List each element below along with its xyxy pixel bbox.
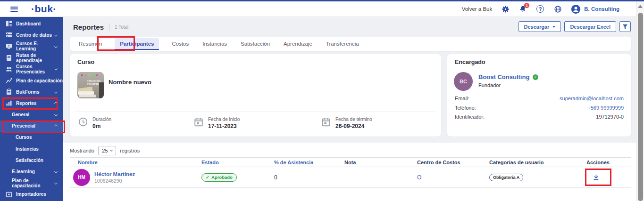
col-header-asistencia[interactable]: % de Asistencia (266, 160, 336, 165)
col-header-categorias: Categorías de usuario (481, 160, 578, 165)
sidebar-item-rutas-de-aprendizaje[interactable]: Rutas de aprendizaje (0, 52, 63, 64)
encargado-name-link[interactable]: Boost Consulting (478, 73, 529, 80)
asistencia-cell: 0 (266, 174, 336, 181)
sidebar-item-reportes[interactable]: Reportes (0, 97, 63, 109)
estado-cell: ✓ Aprobado (193, 173, 266, 182)
centro-costos-cell: O (409, 174, 481, 181)
encargado-card: Encargado BC Boost Consulting ✓ Fundador… (447, 54, 631, 137)
caret-down-icon (552, 26, 555, 28)
sidebar-item-plan-de-capacitacion[interactable]: Plan de capacitación (0, 75, 63, 86)
identificador-value: 19712970-0 (596, 114, 624, 120)
participant-name-link[interactable]: Héctor Martínez (94, 171, 135, 177)
participants-table-section: Mostrando 25 registros Nombre Estado % d… (63, 143, 636, 201)
user-menu[interactable]: B. Consulting (571, 4, 619, 14)
participant-avatar: HM (73, 169, 90, 186)
sidebar-item-instancias[interactable]: Instancias (0, 143, 63, 154)
page-header: Reportes 1 Total (73, 23, 128, 31)
data-center-icon (6, 32, 12, 38)
encargado-email-row: Email: superadmin@localhost.com (455, 96, 624, 101)
check-icon: ✓ (206, 175, 209, 180)
importers-icon (6, 191, 12, 198)
stat-fecha-inicio: Fecha de inicio 17-11-2023 (193, 117, 240, 129)
col-header-nombre[interactable]: Nombre (70, 160, 193, 165)
descargar-button[interactable]: Descargar (519, 21, 561, 32)
filter-button[interactable] (619, 21, 631, 32)
chevron-down-icon (54, 170, 58, 173)
categoria-cell: Obligatoria A (481, 174, 578, 181)
tab-satisfaccion[interactable]: Satisfacción (240, 39, 271, 49)
telefono-link[interactable]: +569 99999999 (587, 105, 624, 111)
thumbnail-decoration (81, 74, 83, 76)
sidebar-item-presencial[interactable]: Presencial (0, 121, 63, 132)
scrollbar (636, 1, 644, 201)
col-header-acciones: Acciones (578, 160, 631, 165)
sidebar-item-cursos-presenciales[interactable]: Cursos Presenciales (0, 64, 63, 75)
calendar-icon (321, 117, 331, 127)
descargar-excel-button[interactable]: Descargar Excel (564, 21, 616, 32)
volver-a-buk-link[interactable]: Volver a Buk (462, 6, 493, 12)
sidebar-item-plan-capacitacion-sub[interactable]: Plan de capacitación (0, 177, 63, 189)
filter-icon (622, 24, 628, 30)
sidebar-item-elearning[interactable]: E-learning (0, 166, 63, 177)
centro-costos-link[interactable]: O (417, 174, 421, 181)
sidebar-item-general[interactable]: General (0, 109, 63, 121)
download-action-button[interactable] (592, 173, 600, 182)
header-buttons: Descargar Descargar Excel (519, 21, 631, 32)
people-icon (6, 66, 12, 72)
notifications-bell-icon[interactable]: 1 (519, 5, 527, 13)
chevron-down-icon (54, 33, 58, 37)
tab-transferencia[interactable]: Transferencia (325, 39, 360, 49)
scrollbar-thumb[interactable] (638, 13, 643, 201)
topbar: ·buk· Volver a Buk 1 ? (0, 1, 636, 17)
gear-icon[interactable] (501, 5, 510, 13)
tab-resumen[interactable]: Resumen (78, 39, 103, 49)
col-header-centro-costos: Centro de Costos (409, 160, 481, 165)
sidebar-item-cursos[interactable]: Cursos (0, 132, 63, 143)
divider (74, 112, 437, 112)
course-thumbnail: TRAINING COURSES (77, 72, 104, 98)
encargado-cargo: Fundador (478, 82, 501, 88)
sidebar-item-importadores[interactable]: Importadores (0, 189, 63, 200)
tab-participantes[interactable]: Participantes (115, 38, 159, 50)
topbar-actions: Volver a Buk 1 ? (462, 4, 619, 14)
verified-check-icon: ✓ (533, 74, 538, 80)
menu-icon[interactable] (10, 7, 18, 12)
scrollbar-up-arrow[interactable] (638, 5, 643, 8)
sidebar-item-dashboard[interactable]: Dashboard (0, 18, 63, 29)
tab-aprendizaje[interactable]: Aprendizaje (283, 39, 313, 49)
calendar-icon (193, 117, 204, 127)
elearning-icon (6, 43, 12, 49)
encargado-telefono-row: Teléfono: +569 99999999 (455, 105, 624, 111)
sidebar-item-satisfaccion[interactable]: Satisfacción (0, 154, 63, 166)
chevron-down-icon (54, 90, 58, 94)
download-icon (593, 174, 600, 181)
help-icon[interactable]: ? (536, 5, 544, 13)
page-title: Reportes (73, 23, 104, 31)
sidebar-item-bukforms[interactable]: BukForms (0, 86, 63, 97)
sidebar: Dashboard Centro de datos Cursos E-Learn… (0, 17, 63, 201)
sidebar-item-cursos-elearning[interactable]: Cursos E-Learning (0, 40, 63, 52)
dashboard-icon (6, 20, 12, 27)
participants-table: Nombre Estado % de Asistencia Nota Centr… (70, 157, 631, 188)
participant-id: 1006246290 (94, 178, 135, 184)
main-content: Reportes 1 Total Descargar Descargar Exc… (63, 17, 636, 201)
total-count: 1 Total (115, 24, 128, 30)
buk-logo[interactable]: ·buk· (31, 3, 57, 15)
tab-instancias[interactable]: Instancias (201, 39, 228, 49)
table-row: HM Héctor Martínez 1006246290 ✓ Aprobado… (70, 167, 631, 188)
table-header-row: Nombre Estado % de Asistencia Nota Centr… (70, 157, 631, 167)
page-size-select[interactable]: 25 (98, 146, 116, 155)
estado-badge: ✓ Aprobado (201, 173, 237, 182)
user-name: B. Consulting (584, 6, 619, 12)
curso-card: Curso TRAINING COURSES Nombre nuevo Dura… (70, 54, 441, 137)
sidebar-item-centro-de-datos[interactable]: Centro de datos (0, 29, 63, 40)
participant-name-cell: HM Héctor Martínez 1006246290 (70, 169, 193, 186)
tab-costos[interactable]: Costos (171, 39, 190, 49)
stat-fecha-termino: Fecha de término 26-09-2024 (321, 117, 372, 129)
col-header-estado[interactable]: Estado (193, 160, 266, 165)
notification-badge: 1 (524, 3, 529, 8)
email-link[interactable]: superadmin@localhost.com (560, 96, 624, 101)
learning-path-icon (6, 55, 12, 61)
globe-icon[interactable] (553, 5, 562, 13)
curso-card-title: Curso (77, 59, 94, 65)
